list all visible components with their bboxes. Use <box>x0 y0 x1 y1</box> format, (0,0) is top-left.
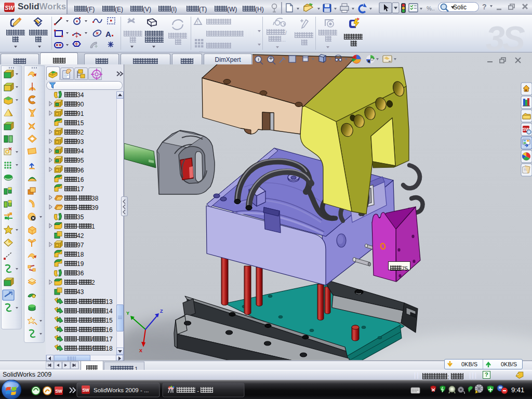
svg-text:Y: Y <box>126 311 129 316</box>
svg-text:X: X <box>139 348 142 353</box>
svg-text:SW: SW <box>82 388 90 393</box>
svg-text:9:41: 9:41 <box>511 386 524 394</box>
svg-text:SW: SW <box>55 389 63 394</box>
svg-text:!: ! <box>197 20 198 24</box>
svg-text:SolidWorks 2009 - ...: SolidWorks 2009 - ... <box>94 387 149 393</box>
svg-text:%..: %.. <box>427 5 435 11</box>
svg-text:!: ! <box>477 390 478 394</box>
svg-text:Z: Z <box>160 309 163 314</box>
